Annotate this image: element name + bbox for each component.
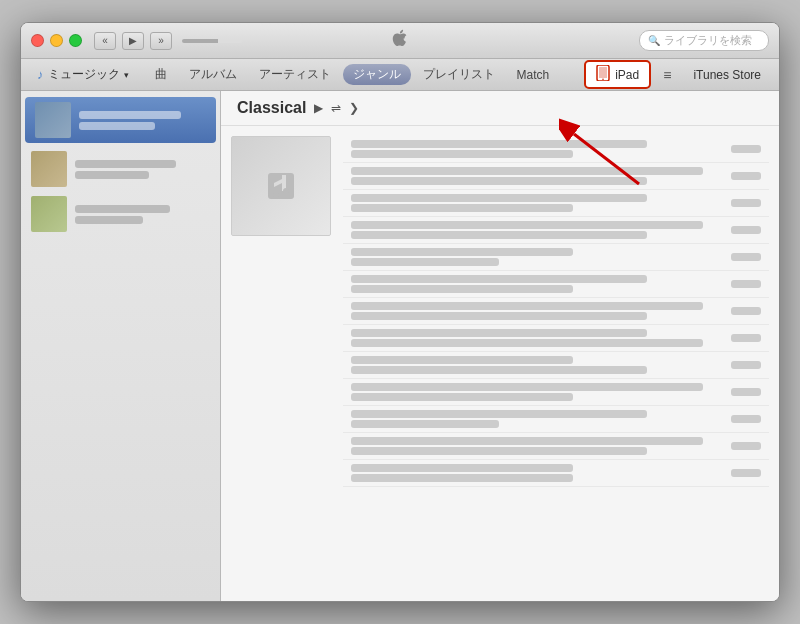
table-row[interactable] [343,136,769,163]
table-row[interactable] [343,244,769,271]
track-artist [351,204,573,212]
minimize-button[interactable] [50,34,63,47]
track-artist [351,312,647,320]
track-info [351,356,721,374]
panel-play-icon[interactable]: ▶ [314,101,323,115]
track-duration [731,361,761,369]
tab-genres[interactable]: ジャンル [343,64,411,85]
track-name [351,383,703,391]
track-duration [731,469,761,477]
titlebar: « ▶ » 🔍 ライブラリを検索 [21,23,779,59]
table-row[interactable] [343,217,769,244]
track-info [351,194,721,212]
svg-point-5 [273,192,279,198]
track-duration [731,253,761,261]
track-duration [731,145,761,153]
music-dropdown-icon: ▾ [124,70,129,80]
table-row[interactable] [343,379,769,406]
track-duration [731,442,761,450]
tab-artists[interactable]: アーティスト [249,63,341,86]
sidebar-text-line-2 [75,216,143,224]
volume-slider[interactable] [182,39,242,43]
panel-next-icon[interactable]: ❯ [349,101,359,115]
sidebar-thumbnail [31,196,67,232]
ipad-icon [596,65,610,84]
track-list [343,136,769,591]
music-source-label[interactable]: ♪ ミュージック ▾ [29,64,137,85]
track-name [351,437,703,445]
track-info [351,275,721,293]
table-row[interactable] [343,433,769,460]
music-note-icon: ♪ [37,67,44,82]
right-panel: Classical ▶ ⇌ ❯ [221,91,779,601]
table-row[interactable] [343,163,769,190]
track-name [351,302,703,310]
ipad-button[interactable]: iPad [584,60,651,89]
track-artist [351,366,647,374]
sidebar-item[interactable] [21,143,220,192]
tab-albums[interactable]: アルバム [179,63,247,86]
sidebar-thumbnail [35,102,71,138]
nav-tabs: ♪ ミュージック ▾ 曲 アルバム アーティスト ジャンル プレイリスト Mat… [21,59,779,91]
track-artist [351,393,573,401]
track-info [351,248,721,266]
table-row[interactable] [343,298,769,325]
track-artist [351,231,647,239]
track-info [351,464,721,482]
sidebar-item[interactable] [21,192,220,237]
table-row[interactable] [343,190,769,217]
sidebar-item[interactable] [25,97,216,143]
track-artist [351,474,573,482]
track-duration [731,172,761,180]
close-button[interactable] [31,34,44,47]
track-artist [351,339,703,347]
track-name [351,167,703,175]
itunes-window: « ▶ » 🔍 ライブラリを検索 ♪ ミュージック ▾ 曲 アルバム アーティス… [20,22,780,602]
panel-title: Classical [237,99,306,117]
track-duration [731,307,761,315]
rewind-button[interactable]: « [94,32,116,50]
track-name [351,221,703,229]
tab-match[interactable]: Match [507,65,560,85]
sidebar-item-text [75,157,210,182]
track-duration [731,334,761,342]
tab-playlists[interactable]: プレイリスト [413,63,505,86]
table-row[interactable] [343,406,769,433]
search-icon: 🔍 [648,35,660,46]
search-box[interactable]: 🔍 ライブラリを検索 [639,30,769,51]
panel-header: Classical ▶ ⇌ ❯ [221,91,779,126]
track-artist [351,285,573,293]
album-art [231,136,331,236]
forward-button[interactable]: » [150,32,172,50]
table-row[interactable] [343,271,769,298]
track-duration [731,226,761,234]
track-name [351,329,647,337]
table-row[interactable] [343,460,769,487]
maximize-button[interactable] [69,34,82,47]
sidebar-item-text [79,108,206,133]
ipad-label: iPad [615,68,639,82]
sidebar-text-line-1 [75,160,176,168]
track-name [351,275,647,283]
panel-shuffle-icon[interactable]: ⇌ [331,101,341,115]
track-duration [731,280,761,288]
track-duration [731,199,761,207]
track-info [351,140,721,158]
tab-songs[interactable]: 曲 [145,63,177,86]
track-info [351,302,721,320]
track-name [351,464,573,472]
track-info [351,167,721,185]
table-row[interactable] [343,352,769,379]
track-info [351,410,721,428]
transport-controls: « ▶ » [94,32,246,50]
sidebar-text-line-1 [79,111,181,119]
track-artist [351,420,499,428]
itunes-store-button[interactable]: iTunes Store [683,65,771,85]
track-info [351,221,721,239]
track-duration [731,388,761,396]
table-row[interactable] [343,325,769,352]
main-content: Classical ▶ ⇌ ❯ [21,91,779,601]
svg-point-6 [283,188,289,194]
play-button[interactable]: ▶ [122,32,144,50]
list-view-button[interactable]: ≡ [656,64,678,86]
